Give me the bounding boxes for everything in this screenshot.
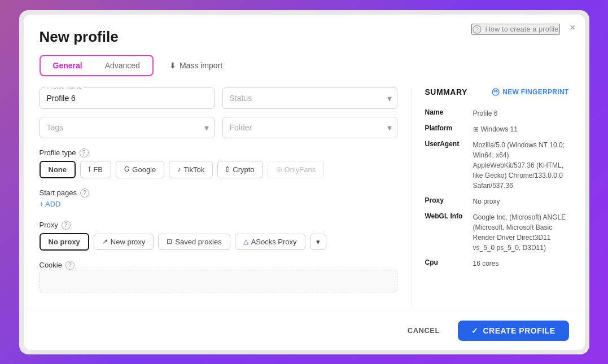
start-pages-text: Start pages — [40, 188, 77, 197]
profile-name-label: Profile name — [45, 87, 85, 90]
summary-row: WebGL InfoGoogle Inc. (Microsoft) ANGLE … — [425, 209, 569, 256]
onlyfans-icon: ◎ — [276, 165, 282, 173]
type-btn-fb-label: FB — [93, 165, 103, 174]
type-btn-none-label: None — [49, 165, 67, 174]
type-btn-tiktok-label: TikTok — [183, 165, 204, 174]
proxy-help-icon[interactable]: ? — [62, 221, 71, 230]
cookie-section: Cookie ? — [40, 258, 397, 292]
mass-import-button[interactable]: ⬇ Mass import — [160, 57, 231, 74]
checkmark-icon: ✓ — [471, 326, 479, 335]
start-pages-section: Start pages ? + ADD — [40, 186, 397, 210]
mass-import-label: Mass import — [180, 61, 222, 70]
summary-key: Proxy — [425, 194, 473, 209]
tab-general[interactable]: General — [42, 57, 94, 74]
cookie-help-icon[interactable]: ? — [65, 261, 75, 270]
type-btn-google[interactable]: G Google — [116, 161, 164, 178]
crypto-icon: ₿ — [226, 165, 230, 173]
summary-value: Mozilla/5.0 (Windows NT 10.0; Win64; x64… — [473, 137, 569, 194]
summary-value: No proxy — [473, 194, 569, 209]
modal-header: New profile ? How to create a profile × … — [24, 15, 585, 76]
cancel-button[interactable]: CANCEL — [396, 321, 451, 340]
summary-row: Cpu16 cores — [425, 256, 569, 271]
tags-folder-row: Tags Folder — [40, 117, 397, 138]
close-button[interactable]: × — [570, 23, 576, 33]
fingerprint-icon — [492, 88, 500, 96]
tags-select[interactable]: Tags — [40, 117, 215, 138]
tags-field: Tags — [40, 117, 215, 138]
profile-type-buttons: None f FB G Google ♪ TikTok — [40, 161, 397, 178]
help-link[interactable]: ? How to create a profile — [471, 24, 559, 35]
footer-divider — [24, 309, 585, 309]
new-fingerprint-button[interactable]: NEW FINGERPRINT — [492, 88, 568, 96]
status-select[interactable]: Status — [222, 87, 397, 109]
start-pages-help-icon[interactable]: ? — [80, 188, 89, 198]
summary-row: NameProfile 6 — [425, 106, 569, 121]
no-proxy-label: No proxy — [49, 238, 80, 246]
asocks-icon: △ — [243, 238, 248, 245]
summary-key: Platform — [425, 121, 473, 137]
summary-key: Cpu — [425, 256, 473, 271]
add-start-page-button[interactable]: + ADD — [40, 198, 61, 210]
help-circle-icon: ? — [473, 25, 482, 34]
summary-row: ProxyNo proxy — [425, 194, 569, 209]
tab-advanced[interactable]: Advanced — [94, 57, 151, 74]
tabs-row: General Advanced ⬇ Mass import — [40, 55, 569, 76]
type-btn-onlyfans-label: OnlyFans — [285, 165, 316, 174]
create-profile-label: CREATE PROFILE — [483, 326, 555, 335]
proxy-btn-saved-proxies[interactable]: ⊡ Saved proxies — [158, 234, 230, 250]
start-pages-label: Start pages ? — [40, 188, 397, 198]
profile-name-field: Profile name — [40, 87, 215, 109]
modal-body: Profile name Status Tags — [24, 76, 585, 309]
profile-name-row: Profile name Status — [40, 87, 397, 109]
saved-proxies-label: Saved proxies — [175, 238, 221, 246]
type-btn-google-label: Google — [132, 165, 156, 174]
profile-type-label: Profile type ? — [40, 148, 397, 157]
summary-value: ⊞Windows 11 — [473, 121, 569, 137]
profile-type-text: Profile type — [40, 148, 76, 157]
summary-value: Profile 6 — [473, 106, 569, 121]
status-field: Status — [222, 87, 397, 109]
folder-select[interactable]: Folder — [222, 117, 397, 138]
proxy-more-button[interactable]: ▾ — [310, 234, 326, 250]
summary-row: UserAgentMozilla/5.0 (Windows NT 10.0; W… — [425, 137, 569, 194]
type-btn-crypto-label: Crypto — [233, 165, 254, 174]
cookie-area[interactable] — [40, 270, 397, 292]
saved-proxies-icon: ⊡ — [167, 238, 172, 245]
type-btn-none[interactable]: None — [40, 161, 76, 178]
type-btn-onlyfans[interactable]: ◎ OnlyFans — [268, 161, 325, 178]
new-proxy-label: New proxy — [111, 238, 145, 246]
modal: New profile ? How to create a profile × … — [24, 15, 585, 350]
proxy-label: Proxy ? — [40, 221, 397, 230]
summary-key: WebGL Info — [425, 209, 473, 256]
proxy-more-icon: ▾ — [316, 238, 320, 246]
summary-value: Google Inc. (Microsoft) ANGLE (Microsoft… — [473, 209, 569, 256]
profile-type-section: Profile type ? None f FB G Goog — [40, 146, 397, 178]
tabs-container: General Advanced — [40, 55, 154, 76]
proxy-btn-new-proxy[interactable]: ↗ New proxy — [94, 234, 154, 250]
profile-name-input[interactable] — [40, 87, 215, 109]
summary-key: UserAgent — [425, 137, 473, 194]
modal-wrapper: New profile ? How to create a profile × … — [19, 10, 589, 354]
summary-title: SUMMARY — [425, 87, 467, 97]
new-fingerprint-label: NEW FINGERPRINT — [502, 88, 568, 96]
fb-icon: f — [89, 165, 90, 173]
cookie-text: Cookie — [40, 261, 62, 269]
proxy-buttons: No proxy ↗ New proxy ⊡ Saved proxies △ — [40, 233, 397, 251]
new-proxy-icon: ↗ — [102, 238, 108, 245]
proxy-btn-asocks[interactable]: △ ASocks Proxy — [235, 234, 305, 250]
svg-point-2 — [492, 89, 499, 95]
svg-text:?: ? — [476, 27, 479, 33]
summary-panel: SUMMARY NEW FINGERPRINT NameProfile 6Pla… — [411, 87, 569, 309]
asocks-label: ASocks Proxy — [251, 238, 297, 246]
summary-key: Name — [425, 106, 473, 121]
proxy-text: Proxy — [40, 221, 58, 229]
proxy-section: Proxy ? No proxy ↗ New proxy ⊡ — [40, 218, 397, 251]
proxy-btn-no-proxy[interactable]: No proxy — [40, 233, 89, 251]
type-btn-fb[interactable]: f FB — [80, 161, 111, 178]
help-link-text: How to create a profile — [485, 25, 558, 33]
type-btn-crypto[interactable]: ₿ Crypto — [217, 161, 263, 178]
profile-type-help-icon[interactable]: ? — [80, 148, 89, 157]
create-profile-button[interactable]: ✓ CREATE PROFILE — [458, 321, 569, 341]
type-btn-tiktok[interactable]: ♪ TikTok — [169, 161, 213, 178]
modal-footer: CANCEL ✓ CREATE PROFILE — [24, 312, 585, 350]
